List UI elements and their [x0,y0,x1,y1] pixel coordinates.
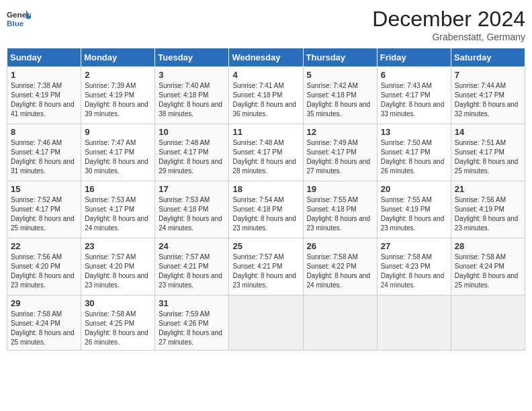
calendar-week-row: 29Sunrise: 7:58 AMSunset: 4:24 PMDayligh… [7,295,525,351]
calendar-cell: 1Sunrise: 7:38 AMSunset: 4:19 PMDaylight… [7,67,81,124]
day-detail: Sunrise: 7:57 AMSunset: 4:20 PMDaylight:… [85,253,151,290]
calendar-cell: 9Sunrise: 7:47 AMSunset: 4:17 PMDaylight… [81,124,155,181]
calendar-cell: 25Sunrise: 7:57 AMSunset: 4:21 PMDayligh… [229,238,303,295]
col-header-monday: Monday [81,48,155,67]
day-detail: Sunrise: 7:47 AMSunset: 4:17 PMDaylight:… [85,138,151,176]
day-number: 9 [85,127,151,137]
calendar-cell: 6Sunrise: 7:43 AMSunset: 4:17 PMDaylight… [377,67,451,124]
day-detail: Sunrise: 7:57 AMSunset: 4:21 PMDaylight:… [159,253,225,290]
location-title: Grabenstatt, Germany [372,32,525,42]
calendar-cell: 3Sunrise: 7:40 AMSunset: 4:18 PMDaylight… [155,67,229,124]
calendar-cell: 21Sunrise: 7:56 AMSunset: 4:19 PMDayligh… [451,181,525,238]
day-detail: Sunrise: 7:57 AMSunset: 4:21 PMDaylight:… [232,253,299,290]
day-number: 20 [381,184,447,194]
day-detail: Sunrise: 7:48 AMSunset: 4:17 PMDaylight:… [159,138,225,176]
calendar-cell: 17Sunrise: 7:53 AMSunset: 4:18 PMDayligh… [155,181,229,238]
day-number: 8 [11,127,77,137]
day-number: 5 [307,70,373,80]
calendar-cell: 31Sunrise: 7:59 AMSunset: 4:26 PMDayligh… [155,295,229,351]
day-number: 31 [159,298,225,308]
calendar-cell: 27Sunrise: 7:58 AMSunset: 4:23 PMDayligh… [377,238,451,295]
calendar-cell: 18Sunrise: 7:54 AMSunset: 4:18 PMDayligh… [229,181,303,238]
page-header: General Blue December 2024 Grabenstatt, … [7,7,525,42]
day-detail: Sunrise: 7:56 AMSunset: 4:20 PMDaylight:… [11,253,77,290]
day-number: 14 [455,127,521,137]
day-detail: Sunrise: 7:38 AMSunset: 4:19 PMDaylight:… [11,81,77,119]
calendar-cell [303,295,377,351]
day-number: 18 [232,184,299,194]
calendar-cell: 26Sunrise: 7:58 AMSunset: 4:22 PMDayligh… [303,238,377,295]
day-number: 3 [159,70,225,80]
calendar-cell: 13Sunrise: 7:50 AMSunset: 4:17 PMDayligh… [377,124,451,181]
day-number: 22 [11,241,77,251]
calendar-cell: 15Sunrise: 7:52 AMSunset: 4:17 PMDayligh… [7,181,81,238]
calendar-cell: 28Sunrise: 7:58 AMSunset: 4:24 PMDayligh… [451,238,525,295]
day-number: 28 [455,241,521,251]
day-detail: Sunrise: 7:54 AMSunset: 4:18 PMDaylight:… [232,195,299,233]
day-number: 25 [232,241,299,251]
col-header-saturday: Saturday [451,48,525,67]
calendar-cell: 23Sunrise: 7:57 AMSunset: 4:20 PMDayligh… [81,238,155,295]
calendar-cell: 8Sunrise: 7:46 AMSunset: 4:17 PMDaylight… [7,124,81,181]
day-detail: Sunrise: 7:58 AMSunset: 4:22 PMDaylight:… [307,253,373,290]
day-number: 17 [159,184,225,194]
day-detail: Sunrise: 7:41 AMSunset: 4:18 PMDaylight:… [232,81,299,119]
calendar-cell: 19Sunrise: 7:55 AMSunset: 4:18 PMDayligh… [303,181,377,238]
day-number: 7 [455,70,521,80]
day-detail: Sunrise: 7:59 AMSunset: 4:26 PMDaylight:… [159,310,225,347]
col-header-sunday: Sunday [7,48,81,67]
day-detail: Sunrise: 7:44 AMSunset: 4:17 PMDaylight:… [455,81,521,119]
calendar-cell [451,295,525,351]
day-number: 30 [85,298,151,308]
calendar-cell: 20Sunrise: 7:55 AMSunset: 4:19 PMDayligh… [377,181,451,238]
day-detail: Sunrise: 7:58 AMSunset: 4:24 PMDaylight:… [455,253,521,290]
svg-text:Blue: Blue [7,19,24,28]
title-area: December 2024 Grabenstatt, Germany [372,7,525,42]
day-detail: Sunrise: 7:39 AMSunset: 4:19 PMDaylight:… [85,81,151,119]
day-detail: Sunrise: 7:58 AMSunset: 4:24 PMDaylight:… [11,310,77,347]
day-detail: Sunrise: 7:52 AMSunset: 4:17 PMDaylight:… [11,195,77,233]
day-detail: Sunrise: 7:51 AMSunset: 4:17 PMDaylight:… [455,138,521,176]
day-detail: Sunrise: 7:53 AMSunset: 4:18 PMDaylight:… [159,195,225,233]
day-detail: Sunrise: 7:48 AMSunset: 4:17 PMDaylight:… [232,138,299,176]
col-header-friday: Friday [377,48,451,67]
day-detail: Sunrise: 7:40 AMSunset: 4:18 PMDaylight:… [159,81,225,119]
calendar-week-row: 15Sunrise: 7:52 AMSunset: 4:17 PMDayligh… [7,181,525,238]
day-number: 1 [11,70,77,80]
calendar-cell: 16Sunrise: 7:53 AMSunset: 4:17 PMDayligh… [81,181,155,238]
day-number: 29 [11,298,77,308]
calendar-cell: 10Sunrise: 7:48 AMSunset: 4:17 PMDayligh… [155,124,229,181]
day-number: 26 [307,241,373,251]
day-detail: Sunrise: 7:55 AMSunset: 4:19 PMDaylight:… [381,195,447,233]
calendar-cell: 12Sunrise: 7:49 AMSunset: 4:17 PMDayligh… [303,124,377,181]
calendar-cell: 30Sunrise: 7:58 AMSunset: 4:25 PMDayligh… [81,295,155,351]
day-number: 10 [159,127,225,137]
col-header-thursday: Thursday [303,48,377,67]
day-number: 27 [381,241,447,251]
day-detail: Sunrise: 7:58 AMSunset: 4:25 PMDaylight:… [85,310,151,347]
calendar-cell [377,295,451,351]
day-detail: Sunrise: 7:49 AMSunset: 4:17 PMDaylight:… [307,138,373,176]
day-detail: Sunrise: 7:46 AMSunset: 4:17 PMDaylight:… [11,138,77,176]
calendar-cell [229,295,303,351]
month-title: December 2024 [372,7,525,32]
day-number: 15 [11,184,77,194]
calendar-cell: 22Sunrise: 7:56 AMSunset: 4:20 PMDayligh… [7,238,81,295]
day-detail: Sunrise: 7:53 AMSunset: 4:17 PMDaylight:… [85,195,151,233]
calendar-cell: 2Sunrise: 7:39 AMSunset: 4:19 PMDaylight… [81,67,155,124]
day-number: 11 [232,127,299,137]
day-number: 19 [307,184,373,194]
day-number: 4 [232,70,299,80]
calendar-cell: 14Sunrise: 7:51 AMSunset: 4:17 PMDayligh… [451,124,525,181]
day-number: 21 [455,184,521,194]
day-number: 16 [85,184,151,194]
calendar-cell: 11Sunrise: 7:48 AMSunset: 4:17 PMDayligh… [229,124,303,181]
logo: General Blue [7,7,31,31]
calendar-table: SundayMondayTuesdayWednesdayThursdayFrid… [7,48,525,351]
col-header-wednesday: Wednesday [229,48,303,67]
day-number: 6 [381,70,447,80]
day-detail: Sunrise: 7:55 AMSunset: 4:18 PMDaylight:… [307,195,373,233]
calendar-cell: 5Sunrise: 7:42 AMSunset: 4:18 PMDaylight… [303,67,377,124]
day-number: 23 [85,241,151,251]
calendar-cell: 29Sunrise: 7:58 AMSunset: 4:24 PMDayligh… [7,295,81,351]
